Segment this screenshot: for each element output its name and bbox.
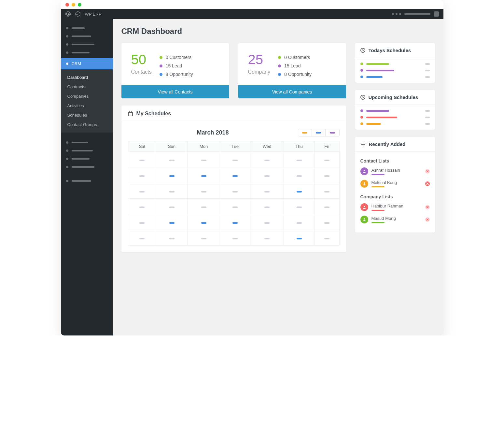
view-all-companies-button[interactable]: View all Companies: [238, 85, 346, 98]
wordpress-icon[interactable]: [65, 11, 71, 17]
cal-cell[interactable]: [250, 183, 284, 199]
cal-cell[interactable]: [156, 167, 187, 183]
cal-cell[interactable]: [220, 152, 250, 167]
cal-cell[interactable]: [314, 214, 339, 230]
person-name: Mokinal Kong: [371, 180, 397, 185]
remove-button[interactable]: [425, 205, 430, 209]
schedule-item[interactable]: [360, 122, 430, 125]
cal-day-wed: Wed: [250, 141, 284, 152]
cal-cell[interactable]: [156, 183, 187, 199]
cal-cell[interactable]: [187, 230, 220, 246]
contact-list-item[interactable]: Mokinal Kong: [360, 180, 430, 188]
cal-cell[interactable]: [128, 199, 156, 214]
cal-cell[interactable]: [187, 152, 220, 167]
cal-cell[interactable]: [314, 167, 339, 183]
sidebar-item-placeholder[interactable]: [61, 32, 113, 40]
cal-cell[interactable]: [250, 230, 284, 246]
remove-button[interactable]: [425, 217, 430, 222]
brand-label[interactable]: WP ERP: [85, 12, 102, 17]
cal-day-sun: Sun: [156, 141, 187, 152]
company-lead-line: 15 Lead: [278, 63, 336, 68]
topbar-menu-icon[interactable]: [392, 13, 401, 15]
cal-cell[interactable]: [128, 167, 156, 183]
admin-topbar: WP ERP: [61, 9, 443, 19]
sidebar-item-placeholder[interactable]: [61, 40, 113, 49]
person-avatar-icon: [360, 203, 368, 211]
sidebar-submenu: Dashboard Contracts Companies Activities…: [61, 69, 113, 133]
sidebar-item-placeholder[interactable]: [61, 24, 113, 32]
cal-cell[interactable]: [284, 167, 315, 183]
upcoming-schedules-title: Upcoming Schedules: [369, 94, 418, 100]
cal-cell[interactable]: [156, 199, 187, 214]
cal-cell[interactable]: [250, 152, 284, 167]
cal-cell[interactable]: [156, 214, 187, 230]
legend-blue[interactable]: [312, 129, 326, 136]
cal-cell[interactable]: [284, 152, 315, 167]
window-titlebar: [61, 0, 443, 9]
cal-cell[interactable]: [250, 199, 284, 214]
cal-cell[interactable]: [156, 152, 187, 167]
submenu-schedules[interactable]: Schedules: [61, 110, 113, 120]
cal-cell[interactable]: [128, 230, 156, 246]
submenu-contracts[interactable]: Contracts: [61, 82, 113, 92]
sidebar-item-placeholder[interactable]: [61, 138, 113, 147]
view-all-contacts-button[interactable]: View all Contacts: [121, 85, 229, 98]
window-close-icon[interactable]: [65, 3, 69, 7]
submenu-contact-groups[interactable]: Contact Groups: [61, 120, 113, 129]
cal-cell[interactable]: [156, 230, 187, 246]
legend-purple[interactable]: [326, 129, 339, 136]
schedule-item[interactable]: [360, 69, 430, 72]
cal-cell[interactable]: [220, 183, 250, 199]
cal-cell[interactable]: [128, 183, 156, 199]
calendar-grid: Sat Sun Mon Tue Wed Thu Fri: [128, 141, 340, 246]
cal-cell[interactable]: [187, 183, 220, 199]
cal-cell[interactable]: [187, 214, 220, 230]
cal-cell[interactable]: [284, 183, 315, 199]
company-label: Company: [248, 69, 270, 75]
cal-cell[interactable]: [284, 230, 315, 246]
topbar-avatar[interactable]: [434, 11, 439, 17]
schedule-item[interactable]: [360, 63, 430, 65]
cal-cell[interactable]: [128, 214, 156, 230]
cal-cell[interactable]: [187, 199, 220, 214]
sidebar-item-placeholder[interactable]: [61, 163, 113, 171]
svg-point-5: [364, 206, 365, 207]
schedule-item[interactable]: [360, 76, 430, 78]
cal-cell[interactable]: [284, 199, 315, 214]
cal-cell[interactable]: [284, 214, 315, 230]
cal-cell[interactable]: [250, 167, 284, 183]
cal-day-tue: Tue: [220, 141, 250, 152]
sidebar-item-placeholder[interactable]: [61, 155, 113, 163]
cal-cell[interactable]: [220, 167, 250, 183]
cal-cell[interactable]: [314, 152, 339, 167]
sidebar-item-placeholder[interactable]: [61, 147, 113, 155]
submenu-dashboard[interactable]: Dashboard: [61, 73, 113, 82]
sidebar-item-placeholder[interactable]: [61, 177, 113, 185]
submenu-companies[interactable]: Companies: [61, 92, 113, 101]
schedule-item[interactable]: [360, 109, 430, 112]
legend-orange[interactable]: [298, 129, 312, 136]
window-minimize-icon[interactable]: [72, 3, 75, 7]
cal-cell[interactable]: [250, 214, 284, 230]
submenu-activities[interactable]: Activities: [61, 101, 113, 110]
sidebar-item-crm[interactable]: CRM: [61, 58, 113, 69]
company-list-item[interactable]: Masud Mong: [360, 216, 430, 223]
remove-button[interactable]: [425, 169, 430, 174]
window-maximize-icon[interactable]: [78, 3, 81, 7]
sidebar-item-placeholder[interactable]: [61, 49, 113, 57]
admin-sidebar: CRM Dashboard Contracts Companies Activi…: [61, 19, 113, 335]
cal-cell[interactable]: [314, 199, 339, 214]
contact-list-item[interactable]: Ashraf Hossain: [360, 167, 430, 175]
erp-icon[interactable]: [75, 11, 80, 17]
company-count: 25: [248, 53, 270, 66]
cal-cell[interactable]: [220, 199, 250, 214]
cal-cell[interactable]: [187, 167, 220, 183]
remove-button[interactable]: [425, 181, 430, 186]
schedule-item[interactable]: [360, 116, 430, 119]
cal-cell[interactable]: [220, 214, 250, 230]
cal-cell[interactable]: [220, 230, 250, 246]
cal-cell[interactable]: [314, 183, 339, 199]
company-list-item[interactable]: Habibur Rahman: [360, 203, 430, 211]
cal-cell[interactable]: [314, 230, 339, 246]
cal-cell[interactable]: [128, 152, 156, 167]
